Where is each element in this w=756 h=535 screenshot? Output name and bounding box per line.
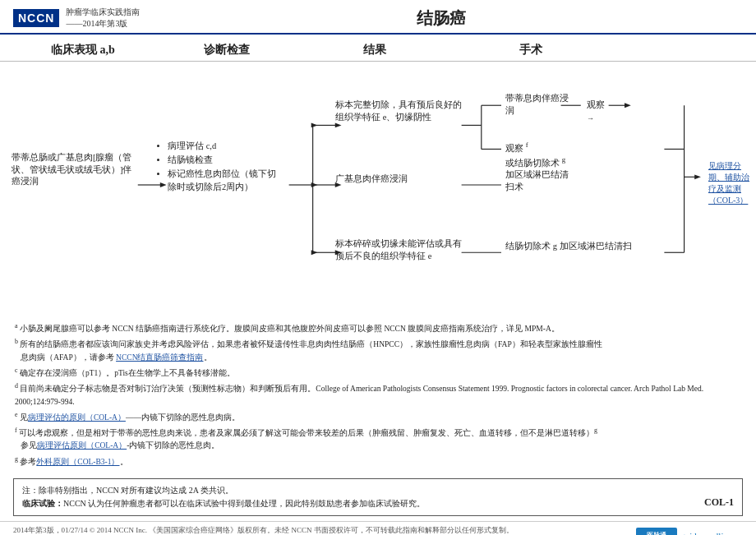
svg-marker-23 xyxy=(311,250,318,255)
col-surgery-header: 手术 xyxy=(449,43,613,58)
link-col-b3[interactable]: 外科原则（COL-B3-1） xyxy=(36,458,119,466)
page-footer: 2014年第3版，01/27/14 © 2014 NCCN Inc. 《美国国家… xyxy=(0,521,756,535)
svg-marker-27 xyxy=(694,174,701,179)
notice-box: 注：除非特别指出，NCCN 对所有建议均达成 2A 类共识。 临床试验：NCCN… xyxy=(13,478,743,516)
diag-item-1: 病理评估 c,d xyxy=(168,140,284,154)
notice-line2: 临床试验：NCCN 认为任何肿瘤患者都可以在临床试验中得到最佳处理，因此特别鼓励… xyxy=(22,497,696,510)
clinical-node: 带蒂总肠或广基息肉[腺瘤（管状、管状绒毛状或绒毛状）]伴癌浸润 xyxy=(12,152,135,188)
nccn-logo-block: NCCN 肿瘤学临床实践指南 ——2014年第3版 xyxy=(13,7,140,30)
footer-left: 2014年第3版，01/27/14 © 2014 NCCN Inc. 《美国国家… xyxy=(13,525,514,535)
final-node: 见病理分期、辅助治疗及监测（COL-3） xyxy=(708,160,751,206)
footnote-f: f 可以考虑观察，但是相对于带蒂的恶性息肉来说，患者及家属必须了解这可能会带来较… xyxy=(15,426,741,453)
footnote-a: a 小肠及阑尾腺癌可以参考 NCCN 结肠癌指南进行系统化疗。腹膜间皮癌和其他腹… xyxy=(15,321,741,335)
medlive-logo-icon: 医脉通 xyxy=(636,528,677,535)
page-title: 结肠癌 xyxy=(140,7,743,30)
diag-item-2: 结肠镜检查 xyxy=(168,154,284,168)
svg-marker-22 xyxy=(311,182,318,187)
col-diagnostic-header: 诊断检查 xyxy=(153,43,301,58)
footer-website: guide.medlive.cn xyxy=(680,531,743,535)
header-subtitle: 肿瘤学临床实践指南 ——2014年第3版 xyxy=(66,7,140,30)
col-result-header: 结果 xyxy=(301,43,449,58)
diagnostic-node: 病理评估 c,d 结肠镜检查 标记癌性息肉部位（镜下切除时或切除后2周内） xyxy=(156,140,284,195)
result-node-2: 广基息肉伴癌浸润 xyxy=(335,173,463,186)
result-node-3: 标本碎碎或切缘未能评估或具有预后不良的组织学特征 e xyxy=(335,238,464,262)
footnotes-section: a 小肠及阑尾腺癌可以参考 NCCN 结肠癌指南进行系统化疗。腹膜间皮癌和其他腹… xyxy=(0,316,756,473)
surgery-node-s3: 结肠切除术 g 加区域淋巴结清扫 xyxy=(505,241,670,253)
link-col-a[interactable]: 病理评估的原则（COL-A） xyxy=(28,413,126,422)
notice-code: COL-1 xyxy=(704,495,734,510)
surgery-action-observe: 观察 → xyxy=(587,99,632,124)
surgery-node-s1-label: 带蒂息肉伴癌浸润 xyxy=(505,93,569,117)
footnote-c: c 确定存在浸润癌（pT1）。pTis在生物学上不具备转移潜能。 xyxy=(15,366,741,380)
flowchart-area: 带蒂总肠或广基息肉[腺瘤（管状、管状绒毛状或绒毛状）]伴癌浸润 病理评估 c,d… xyxy=(0,62,756,316)
svg-marker-24 xyxy=(335,123,342,128)
diagnostic-list: 病理评估 c,d 结肠镜检查 标记癌性息肉部位（镜下切除时或切除后2周内） xyxy=(156,140,284,195)
footnote-d: d 目前尚未确定分子标志物是否对制订治疗决策（预测性标志物）和判断预后有用。Co… xyxy=(15,381,741,408)
diag-item-3: 标记癌性息肉部位（镜下切除时或切除后2周内） xyxy=(168,168,284,196)
link-col-a2[interactable]: 病理评估原则（COL-A） xyxy=(37,441,127,450)
footer-logo-area: 医脉通 guide.medlive.cn xyxy=(636,528,743,535)
nccn-logo: NCCN xyxy=(13,9,59,27)
svg-marker-21 xyxy=(311,123,318,128)
col-clinical-header: 临床表现 a,b xyxy=(13,43,153,58)
notice-line1: 注：除非特别指出，NCCN 对所有建议均达成 2A 类共识。 xyxy=(22,484,696,497)
link-nccn-screening[interactable]: NCCN结直肠癌筛查指南 xyxy=(116,353,203,362)
column-headers: 临床表现 a,b 诊断检查 结果 手术 xyxy=(0,35,756,62)
result-node-1: 标本完整切除，具有预后良好的组织学特征 e、切缘阴性 xyxy=(335,99,463,123)
footnote-e: e 见病理评估的原则（COL-A）——内镜下切除的恶性息肉病。 xyxy=(15,410,741,424)
footnote-b: b 所有的结肠癌患者都应该询问家族史并考虑风险评估，如果患者被怀疑遗传性非息肉肉… xyxy=(15,337,741,364)
notice-text: 注：除非特别指出，NCCN 对所有建议均达成 2A 类共识。 临床试验：NCCN… xyxy=(22,484,696,510)
footnote-g: g 参考外科原则（COL-B3-1）。 xyxy=(15,454,741,468)
page-header: NCCN 肿瘤学临床实践指南 ——2014年第3版 结肠癌 xyxy=(0,0,756,35)
surgery-node-s2: 观察 f或结肠切除术 g加区域淋巴结清扫术 xyxy=(505,140,674,194)
